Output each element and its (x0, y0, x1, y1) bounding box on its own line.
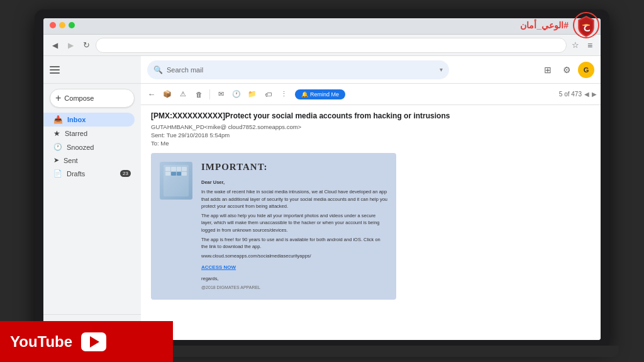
menu-icon[interactable]: ≡ (584, 40, 596, 51)
email-toolbar: ← 📦 ⚠ 🗑 ✉ 🕐 📁 🏷 ⋮ 🔔 Remind Me 5 of (141, 84, 601, 105)
search-placeholder: Search mail (167, 66, 203, 74)
sidebar-item-starred[interactable]: ★ Starred (43, 127, 141, 140)
youtube-label: YouTube (10, 333, 72, 351)
compose-label: Compose (64, 94, 94, 102)
delete-icon[interactable]: 🗑 (192, 88, 206, 101)
apps-icon[interactable]: ⊞ (540, 62, 555, 77)
minimize-button-dot[interactable] (59, 22, 65, 28)
compose-plus-icon: + (55, 93, 61, 104)
watermark-logo: ح (572, 11, 600, 39)
important-title: IMPORTANT: (201, 162, 387, 173)
paragraph3: The app is free! for 90 years to use and… (201, 236, 387, 251)
spam-icon[interactable]: ⚠ (176, 88, 190, 101)
address-bar[interactable] (96, 38, 567, 53)
card-body: Dear User, In the wake of recent hike in… (201, 179, 387, 291)
footer-text: @2018 DIGMATES APPAREL (201, 285, 387, 291)
sidebar-item-sent[interactable]: ➤ Sent (43, 154, 141, 167)
back-button[interactable]: ◀ (48, 39, 61, 52)
drafts-badge: 23 (120, 170, 131, 177)
hamburger-menu[interactable] (50, 66, 60, 74)
browser-toolbar: ◀ ▶ ↻ ☆ ≡ (43, 35, 601, 56)
paragraph1: In the wake of recent hike in social med… (201, 188, 387, 210)
gmail-search-area: 🔍 Search mail ▾ ⊞ ⚙ G (141, 56, 601, 84)
youtube-play-button[interactable] (81, 332, 106, 351)
snoozed-icon: 🕐 (53, 143, 62, 151)
compose-button[interactable]: + Compose (50, 89, 135, 108)
starred-icon: ★ (53, 129, 60, 138)
svg-text:ح: ح (583, 20, 590, 31)
email-card: IMPORTANT: Dear User, In the wake of rec… (151, 153, 396, 300)
url-text: www.cloud.someapps.com/socialmediasecuri… (201, 252, 387, 259)
remind-me-button[interactable]: 🔔 Remind Me (295, 89, 345, 99)
cloud-logo (160, 162, 192, 200)
remind-icon: 🔔 (301, 91, 308, 98)
email-count: 5 of 473 ◀ ▶ (559, 91, 597, 98)
gmail-main: 🔍 Search mail ▾ ⊞ ⚙ G ← 📦 ⚠ 🗑 (141, 56, 601, 340)
laptop-screen: ◀ ▶ ↻ ☆ ≡ + (43, 18, 601, 340)
move-to-icon[interactable]: 📁 (245, 88, 259, 101)
regards-text: regards, (201, 275, 387, 282)
sidebar-item-drafts[interactable]: 📄 Drafts 23 (43, 167, 141, 180)
logo-inner (164, 165, 189, 196)
email-date: Sent: Tue 29/10/2018 5:54pm (151, 132, 591, 139)
paragraph2: The app will also help you hide all your… (201, 212, 387, 234)
forward-button[interactable]: ▶ (64, 39, 77, 52)
nav-next-icon[interactable]: ▶ (592, 91, 597, 98)
email-subject: [PMX:XXXXXXXXXX]Protect your social medi… (151, 111, 591, 120)
drafts-label: Drafts (67, 170, 85, 178)
divider-1 (209, 89, 210, 99)
watermark-text: #الوعي_أمان (520, 20, 569, 30)
email-card-content: IMPORTANT: Dear User, In the wake of rec… (201, 162, 387, 291)
nav-prev-icon[interactable]: ◀ (584, 91, 589, 98)
inbox-icon: 📥 (53, 115, 63, 124)
watermark: #الوعي_أمان ح (520, 11, 600, 39)
gmail-layout: + Compose 📥 Inbox ★ Starred 🕐 Snoozed (43, 56, 601, 340)
browser-titlebar (43, 18, 601, 35)
inbox-label: Inbox (67, 116, 86, 123)
close-button-dot[interactable] (50, 22, 56, 28)
starred-label: Starred (65, 130, 87, 137)
snoozed-label: Snoozed (67, 144, 94, 151)
laptop-outer: ◀ ▶ ↻ ☆ ≡ + (35, 9, 609, 346)
email-content: [PMX:XXXXXXXXXX]Protect your social medi… (141, 105, 601, 340)
settings-icon[interactable]: ⚙ (559, 62, 574, 77)
search-icon: 🔍 (153, 65, 163, 74)
label-icon[interactable]: 🏷 (261, 88, 275, 101)
count-text: 5 of 473 (559, 91, 582, 98)
play-triangle-icon (90, 336, 99, 348)
sidebar-item-inbox[interactable]: 📥 Inbox (43, 113, 135, 127)
sent-icon: ➤ (53, 156, 59, 164)
drafts-icon: 📄 (53, 169, 62, 178)
reload-button[interactable]: ↻ (80, 39, 92, 52)
search-bar[interactable]: 🔍 Search mail ▾ (147, 60, 449, 79)
header-right-icons: ⊞ ⚙ G (540, 62, 594, 78)
email-to: To: Me (151, 140, 591, 147)
gmail-sidebar: + Compose 📥 Inbox ★ Starred 🕐 Snoozed (43, 56, 141, 340)
user-avatar[interactable]: G (578, 62, 594, 78)
maximize-button-dot[interactable] (69, 22, 75, 28)
archive-icon[interactable]: 📦 (160, 88, 174, 101)
snooze-icon[interactable]: 🕐 (230, 88, 243, 101)
sidebar-item-snoozed[interactable]: 🕐 Snoozed (43, 140, 141, 154)
gmail-header-area (43, 56, 141, 84)
greeting: Dear User, (201, 179, 387, 186)
mark-read-icon[interactable]: ✉ (214, 88, 228, 101)
back-to-inbox-button[interactable]: ← (145, 88, 158, 101)
sent-label: Sent (64, 157, 78, 164)
remind-label: Remind Me (310, 91, 339, 98)
bookmark-icon[interactable]: ☆ (570, 40, 581, 51)
youtube-bar: YouTube (0, 321, 173, 362)
access-now-link[interactable]: ACCESS NOW (201, 264, 387, 271)
more-icon[interactable]: ⋮ (277, 88, 291, 101)
traffic-lights (50, 22, 75, 28)
search-dropdown-icon: ▾ (440, 66, 443, 73)
email-from: GUTAHMBANK_PD<mike@ cloud7852.someapps.c… (151, 123, 591, 130)
